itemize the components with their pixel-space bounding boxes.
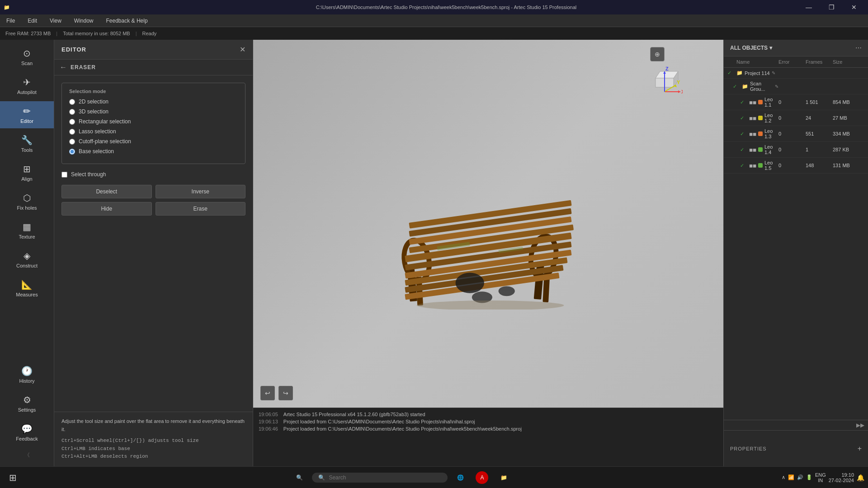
viewport[interactable]: X Y Z xyxy=(253,40,723,466)
right-panel-expand-btn[interactable]: ▶▶ xyxy=(856,422,864,428)
viewport-canvas[interactable]: X Y Z xyxy=(253,40,723,408)
svg-text:Z: Z xyxy=(665,66,669,71)
search-input[interactable] xyxy=(329,474,428,481)
browser-taskbar-btn[interactable]: 🌐 xyxy=(451,469,469,487)
sidebar-collapse-btn[interactable]: 《 xyxy=(21,448,33,463)
radio-cutoff-label: Cutoff-plane selection xyxy=(79,138,131,145)
editor-back-button[interactable]: ← xyxy=(60,63,67,71)
editor-close-button[interactable]: ✕ xyxy=(240,45,245,54)
svg-point-31 xyxy=(499,286,515,296)
close-button[interactable]: ✕ xyxy=(844,0,864,14)
sidebar-item-scan[interactable]: ⊙ Scan xyxy=(0,43,54,70)
add-property-button[interactable]: + xyxy=(858,445,862,453)
hide-button[interactable]: Hide xyxy=(61,202,152,216)
object-row-leo15[interactable]: ✓ ◼◼ Leo 1.5 0 148 131 MB xyxy=(724,158,868,174)
select-through-checkbox[interactable] xyxy=(61,172,67,178)
radio-base-selection[interactable]: Base selection xyxy=(69,148,238,155)
menu-view[interactable]: View xyxy=(47,17,64,25)
sidebar-label-editor: Editor xyxy=(20,118,33,124)
menu-edit[interactable]: Edit xyxy=(25,17,40,25)
radio-rectangular-input[interactable] xyxy=(69,119,75,125)
search-taskbar-button[interactable]: 🔍 xyxy=(290,469,308,487)
sidebar-item-editor[interactable]: ✏ Editor xyxy=(0,101,54,128)
check-leo11[interactable]: ✓ xyxy=(740,99,749,105)
files-taskbar-btn[interactable]: 📁 xyxy=(495,469,513,487)
sidebar-item-measures[interactable]: 📐 Measures xyxy=(0,275,54,302)
radio-3d-input[interactable] xyxy=(69,109,75,115)
obj-label-leo12: Leo 1.2 xyxy=(764,113,778,123)
sidebar-item-texture[interactable]: ▦ Texture xyxy=(0,217,54,244)
autopilot-icon: ✈ xyxy=(23,77,31,88)
sidebar-item-tools[interactable]: 🔧 Tools xyxy=(0,130,54,157)
edit-icon-project[interactable]: ✎ xyxy=(772,70,775,75)
radio-2d-selection[interactable]: 2D selection xyxy=(69,99,238,105)
search-bar[interactable]: 🔍 xyxy=(312,473,448,483)
radio-2d-input[interactable] xyxy=(69,99,75,105)
radio-cutoff-selection[interactable]: Cutoff-plane selection xyxy=(69,138,238,145)
object-row-project[interactable]: ✓ 📁 Project 114 ✎ xyxy=(724,68,868,79)
radio-cutoff-input[interactable] xyxy=(69,139,75,145)
edit-icon-scangroup[interactable]: ✎ xyxy=(775,84,778,89)
object-row-leo12[interactable]: ✓ ◼◼ Leo 1.2 0 24 27 MB xyxy=(724,110,868,126)
object-row-leo11[interactable]: ✓ ◼◼ Leo 1.1 0 1 501 854 MB xyxy=(724,94,868,110)
check-leo12[interactable]: ✓ xyxy=(740,115,749,121)
obj-name-scangroup: 📁 Scan Grou... ✎ xyxy=(742,81,778,92)
notifications-icon[interactable]: 🔔 xyxy=(857,474,864,481)
error-leo15: 0 xyxy=(778,163,806,168)
sidebar-item-fix-holes[interactable]: ⬡ Fix holes xyxy=(0,188,54,215)
erase-button[interactable]: Erase xyxy=(156,202,246,216)
inverse-button[interactable]: Inverse xyxy=(156,185,246,198)
radio-lasso-selection[interactable]: Lasso selection xyxy=(69,128,238,135)
battery-icon: 🔋 xyxy=(806,474,812,480)
sidebar-label-scan: Scan xyxy=(21,61,33,66)
check-project[interactable]: ✓ xyxy=(727,70,736,76)
sidebar-item-history[interactable]: 🕐 History xyxy=(0,361,54,388)
tray-expand-icon[interactable]: ∧ xyxy=(782,474,785,480)
menu-file[interactable]: File xyxy=(4,17,18,25)
time-text: 19:10 xyxy=(829,472,854,478)
check-leo13[interactable]: ✓ xyxy=(740,131,749,137)
sidebar-item-feedback[interactable]: 💬 Feedback xyxy=(0,419,54,446)
redo-button[interactable]: ↪ xyxy=(278,386,293,400)
object-row-leo13[interactable]: ✓ ◼◼ Leo 1.3 0 551 334 MB xyxy=(724,126,868,142)
log-msg-3: Project loaded from C:\Users\ADMIN\Docum… xyxy=(283,426,522,432)
artec-taskbar-btn[interactable]: A xyxy=(473,469,491,487)
sidebar-item-align[interactable]: ⊞ Align xyxy=(0,159,54,186)
col-error: Error xyxy=(778,59,806,65)
maximize-button[interactable]: ❐ xyxy=(821,0,842,14)
sidebar-label-feedback: Feedback xyxy=(16,436,38,441)
sidebar-item-autopilot[interactable]: ✈ Autopilot xyxy=(0,72,54,99)
start-button[interactable]: ⊞ xyxy=(4,469,22,487)
clock[interactable]: 19:10 27-02-2024 xyxy=(829,472,854,483)
properties-title: PROPERTIES xyxy=(730,446,767,451)
radio-lasso-input[interactable] xyxy=(69,129,75,135)
deselect-button[interactable]: Deselect xyxy=(61,185,152,198)
window-title: C:\Users\ADMIN\Documents\Artec Studio Pr… xyxy=(94,5,798,10)
check-leo15[interactable]: ✓ xyxy=(740,163,749,169)
menu-window[interactable]: Window xyxy=(71,17,96,25)
object-row-leo14[interactable]: ✓ ◼◼ Leo 1.4 0 1 287 KB xyxy=(724,142,868,158)
fix-holes-icon: ⬡ xyxy=(23,192,31,203)
feedback-icon: 💬 xyxy=(21,423,33,434)
undo-button[interactable]: ↩ xyxy=(260,386,275,400)
radio-3d-selection[interactable]: 3D selection xyxy=(69,108,238,115)
radio-base-input[interactable] xyxy=(69,149,75,155)
all-objects-dropdown-icon[interactable]: ▾ xyxy=(769,45,772,51)
focus-button[interactable]: ⊕ xyxy=(650,47,665,61)
object-row-scangroup[interactable]: ✓ 📁 Scan Grou... ✎ xyxy=(724,79,868,94)
minimize-button[interactable]: — xyxy=(798,0,819,14)
select-through-row[interactable]: Select through xyxy=(61,171,245,178)
selection-mode-title: Selection mode xyxy=(69,89,238,94)
measures-icon: 📐 xyxy=(21,279,33,290)
check-leo14[interactable]: ✓ xyxy=(740,147,749,153)
sidebar-label-settings: Settings xyxy=(18,407,36,413)
right-panel-expand-icon[interactable]: ⋯ xyxy=(855,44,862,52)
settings-icon: ⚙ xyxy=(23,394,31,405)
radio-rectangular-selection[interactable]: Rectangular selection xyxy=(69,118,238,125)
check-scangroup[interactable]: ✓ xyxy=(733,84,742,89)
sidebar-item-settings[interactable]: ⚙ Settings xyxy=(0,390,54,417)
language-indicator[interactable]: ENG IN xyxy=(815,472,826,483)
menu-feedback[interactable]: Feedback & Help xyxy=(104,17,151,25)
scan-icon-leo15: ◼◼ xyxy=(749,163,756,168)
sidebar-item-construct[interactable]: ◈ Construct xyxy=(0,246,54,273)
